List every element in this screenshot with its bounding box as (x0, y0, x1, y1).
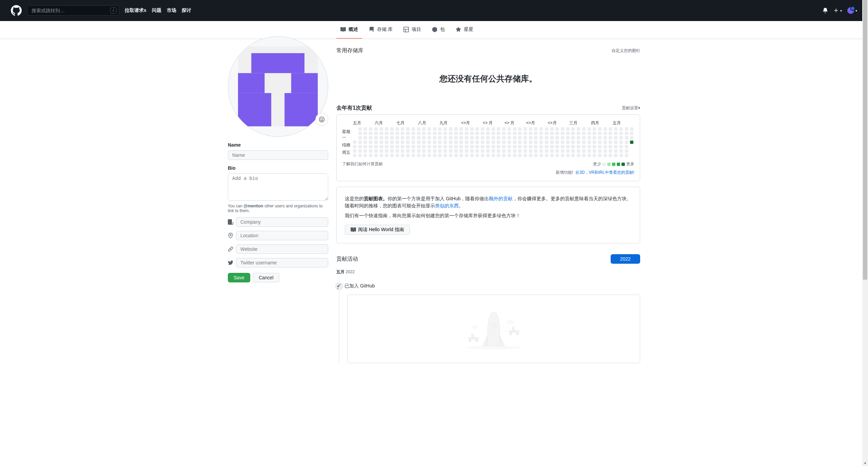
calendar-cell[interactable] (438, 132, 441, 135)
calendar-cell[interactable] (406, 141, 410, 144)
calendar-cell[interactable] (353, 132, 356, 135)
calendar-cell[interactable] (550, 127, 554, 131)
calendar-cell[interactable] (374, 141, 378, 144)
calendar-cell[interactable] (486, 127, 490, 131)
nav-pulls[interactable]: 拉取请求s (125, 7, 146, 14)
calendar-cell[interactable] (545, 145, 548, 148)
calendar-cell[interactable] (396, 132, 399, 135)
calendar-cell[interactable] (486, 132, 490, 135)
calendar-cell[interactable] (470, 136, 474, 139)
calendar-cell[interactable] (555, 145, 559, 148)
calendar-cell[interactable] (459, 127, 463, 131)
calendar-cell[interactable] (502, 145, 506, 148)
calendar-cell[interactable] (465, 141, 468, 144)
calendar-cell[interactable] (396, 127, 399, 131)
calendar-cell[interactable] (524, 132, 527, 135)
github-logo-icon[interactable] (11, 5, 22, 16)
calendar-cell[interactable] (369, 132, 372, 135)
calendar-cell[interactable] (593, 145, 596, 148)
calendar-cell[interactable] (486, 149, 490, 153)
calendar-cell[interactable] (582, 149, 586, 153)
calendar-cell[interactable] (614, 132, 617, 135)
calendar-cell[interactable] (593, 127, 596, 131)
calendar-cell[interactable] (433, 127, 436, 131)
calendar-cell[interactable] (390, 132, 394, 135)
calendar-cell[interactable] (513, 127, 516, 131)
calendar-cell[interactable] (465, 149, 468, 153)
calendar-cell[interactable] (374, 149, 378, 153)
calendar-cell[interactable] (380, 145, 383, 148)
calendar-cell[interactable] (534, 132, 537, 135)
calendar-cell[interactable] (401, 141, 404, 144)
calendar-cell[interactable] (534, 127, 537, 131)
calendar-cell[interactable] (539, 136, 543, 139)
calendar-cell[interactable] (380, 154, 383, 157)
calendar-cell[interactable] (561, 149, 564, 153)
calendar-cell[interactable] (401, 149, 404, 153)
calendar-cell[interactable] (363, 154, 367, 157)
calendar-cell[interactable] (630, 127, 633, 131)
calendar-cell[interactable] (577, 141, 580, 144)
calendar-cell[interactable] (593, 149, 596, 153)
calendar-cell[interactable] (396, 149, 399, 153)
calendar-cell[interactable] (369, 136, 372, 139)
calendar-cell[interactable] (406, 145, 410, 148)
calendar-cell[interactable] (566, 136, 570, 139)
calendar-cell[interactable] (422, 149, 426, 153)
calendar-cell[interactable] (598, 145, 601, 148)
calendar-cell[interactable] (385, 149, 388, 153)
calendar-cell[interactable] (390, 136, 394, 139)
calendar-cell[interactable] (555, 132, 559, 135)
calendar-cell[interactable] (358, 132, 362, 135)
calendar-cell[interactable] (598, 127, 601, 131)
calendar-cell[interactable] (465, 132, 468, 135)
calendar-cell[interactable] (486, 145, 490, 148)
calendar-cell[interactable] (417, 132, 420, 135)
calendar-cell[interactable] (454, 127, 458, 131)
calendar-cell[interactable] (550, 154, 554, 157)
bio-input[interactable] (228, 173, 328, 201)
calendar-cell[interactable] (571, 127, 575, 131)
calendar-cell[interactable] (374, 136, 378, 139)
calendar-cell[interactable] (449, 127, 452, 131)
skyline-link[interactable]: 在3D，VR和IRL中查看您的贡献! (575, 170, 634, 175)
calendar-cell[interactable] (385, 145, 388, 148)
calendar-cell[interactable] (577, 149, 580, 153)
calendar-cell[interactable] (609, 145, 612, 148)
calendar-cell[interactable] (406, 132, 410, 135)
calendar-cell[interactable] (598, 149, 601, 153)
calendar-cell[interactable] (412, 127, 415, 131)
calendar-cell[interactable] (475, 141, 479, 144)
calendar-cell[interactable] (443, 141, 447, 144)
calendar-cell[interactable] (614, 145, 617, 148)
calendar-cell[interactable] (630, 141, 633, 144)
calendar-cell[interactable] (561, 154, 564, 157)
calendar-cell[interactable] (380, 132, 383, 135)
calendar-cell[interactable] (630, 136, 633, 139)
calendar-cell[interactable] (539, 149, 543, 153)
calendar-cell[interactable] (619, 145, 623, 148)
calendar-cell[interactable] (380, 149, 383, 153)
calendar-cell[interactable] (545, 132, 548, 135)
calendar-cell[interactable] (513, 136, 516, 139)
calendar-cell[interactable] (475, 149, 479, 153)
tab-projects[interactable]: 项目 (399, 21, 425, 39)
calendar-cell[interactable] (465, 145, 468, 148)
calendar-cell[interactable] (428, 149, 431, 153)
calendar-cell[interactable] (619, 154, 623, 157)
calendar-cell[interactable] (598, 154, 601, 157)
calendar-cell[interactable] (545, 149, 548, 153)
calendar-cell[interactable] (422, 136, 426, 139)
calendar-cell[interactable] (625, 127, 628, 131)
calendar-cell[interactable] (380, 141, 383, 144)
calendar-cell[interactable] (353, 136, 356, 139)
calendar-cell[interactable] (465, 136, 468, 139)
calendar-cell[interactable] (492, 132, 495, 135)
calendar-cell[interactable] (422, 154, 426, 157)
calendar-cell[interactable] (385, 132, 388, 135)
calendar-cell[interactable] (417, 141, 420, 144)
calendar-cell[interactable] (433, 154, 436, 157)
calendar-cell[interactable] (555, 149, 559, 153)
vertical-scrollbar[interactable]: ▴ ▾ (862, 0, 868, 363)
calendar-cell[interactable] (401, 132, 404, 135)
